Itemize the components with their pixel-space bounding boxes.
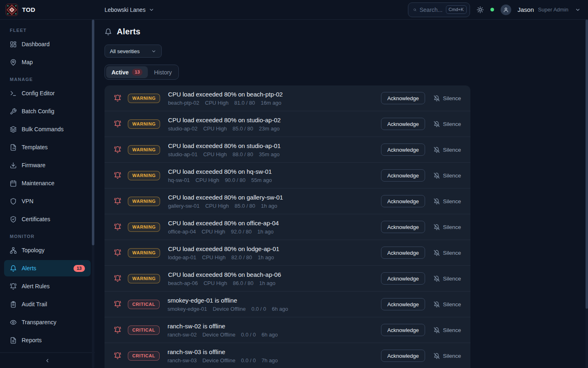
- sidebar-item-alert-rules[interactable]: Alert Rules: [4, 278, 91, 294]
- section-label-fleet: FLEET: [10, 28, 85, 33]
- alert-value: 85.0 / 80: [232, 126, 253, 132]
- sidebar-item-reports[interactable]: Reports: [4, 332, 91, 348]
- avatar[interactable]: [501, 4, 511, 15]
- sidebar-item-templates[interactable]: Templates: [4, 139, 91, 155]
- alert-rule: CPU High: [205, 203, 229, 209]
- alert-row: WARNINGCPU load exceeded 80% on beach-ap…: [105, 266, 470, 292]
- severity-filter-select[interactable]: All severities: [105, 45, 162, 58]
- sidebar-item-label: Templates: [22, 144, 48, 150]
- alert-device: smokey-edge-01: [167, 306, 207, 312]
- alert-time: 1h ago: [259, 280, 276, 286]
- silence-button[interactable]: Silence: [434, 224, 461, 230]
- silence-button[interactable]: Silence: [434, 173, 461, 179]
- tod-logo-icon: [6, 4, 18, 16]
- search-placeholder: Search...: [420, 7, 443, 13]
- page-title: Alerts: [117, 27, 140, 36]
- sidebar-item-map[interactable]: Map: [4, 54, 91, 70]
- alert-value: 86.0 / 80: [233, 280, 254, 286]
- page-scrollbar-thumb[interactable]: [586, 20, 588, 309]
- alert-value: 88.0 / 80: [232, 151, 253, 157]
- severity-badge: WARNING: [128, 171, 160, 180]
- sidebar-collapse-button[interactable]: [0, 352, 95, 368]
- acknowledge-button[interactable]: Acknowledge: [381, 118, 425, 130]
- alert-row: WARNINGCPU load exceeded 80% on studio-a…: [105, 111, 470, 137]
- alert-device: lodge-ap-01: [168, 254, 196, 260]
- acknowledge-button[interactable]: Acknowledge: [381, 350, 425, 362]
- alert-row: WARNINGCPU load exceeded 80% on beach-pt…: [105, 85, 470, 111]
- acknowledge-button[interactable]: Acknowledge: [381, 247, 425, 259]
- silence-button[interactable]: Silence: [434, 276, 461, 282]
- sidebar-item-label: Certificates: [22, 216, 50, 222]
- alert-time: 6h ago: [272, 306, 288, 312]
- alert-value: 0.0 / 0: [252, 306, 266, 312]
- acknowledge-button[interactable]: Acknowledge: [381, 144, 425, 156]
- bell-ring-icon: [114, 94, 121, 102]
- bell-off-icon: [434, 198, 440, 204]
- sidebar-item-alerts[interactable]: Alerts13: [4, 260, 91, 276]
- silence-button[interactable]: Silence: [434, 147, 461, 153]
- sidebar-item-batch-config[interactable]: Batch Config: [4, 103, 91, 119]
- bell-ring-icon: [114, 275, 121, 282]
- alert-title: CPU load exceeded 80% on hq-sw-01: [168, 168, 381, 175]
- silence-button[interactable]: Silence: [434, 301, 461, 307]
- bell-icon: [10, 265, 17, 272]
- severity-badge: CRITICAL: [128, 300, 160, 309]
- alert-rule: Device Offline: [213, 306, 246, 312]
- silence-button[interactable]: Silence: [434, 327, 461, 333]
- sidebar-item-maintenance[interactable]: Maintenance: [4, 175, 91, 191]
- acknowledge-button[interactable]: Acknowledge: [381, 324, 425, 336]
- silence-button[interactable]: Silence: [434, 121, 461, 127]
- alert-device: studio-ap-02: [168, 126, 197, 132]
- tab-history[interactable]: History: [149, 67, 177, 78]
- sidebar-item-bulk-commands[interactable]: Bulk Commands: [4, 121, 91, 137]
- app-root: TOD FLEETDashboardMapMANAGEConfig Editor…: [0, 0, 588, 368]
- alert-value: 92.0 / 80: [231, 229, 252, 235]
- acknowledge-button[interactable]: Acknowledge: [381, 195, 425, 207]
- section-label-manage: MANAGE: [10, 77, 85, 82]
- sidebar-item-audit-trail[interactable]: Audit Trail: [4, 296, 91, 312]
- sidebar-item-dashboard[interactable]: Dashboard: [4, 36, 91, 52]
- severity-badge: CRITICAL: [128, 351, 160, 361]
- user-menu-chevron-icon[interactable]: [575, 7, 581, 13]
- page-scrollbar[interactable]: [586, 20, 588, 368]
- alert-title: CPU load exceeded 80% on studio-ap-02: [168, 117, 381, 123]
- sidebar-item-label: Alerts: [22, 265, 36, 272]
- severity-badge: WARNING: [128, 119, 160, 129]
- alert-row: WARNINGCPU load exceeded 80% on hq-sw-01…: [105, 163, 470, 188]
- silence-label: Silence: [443, 301, 461, 307]
- acknowledge-button[interactable]: Acknowledge: [381, 298, 425, 310]
- acknowledge-button[interactable]: Acknowledge: [381, 169, 425, 182]
- sidebar-item-topology[interactable]: Topology: [4, 242, 91, 258]
- alert-text: CPU load exceeded 80% on beach-ap-06beac…: [168, 271, 381, 286]
- sidebar-item-config-editor[interactable]: Config Editor: [4, 85, 91, 101]
- acknowledge-button[interactable]: Acknowledge: [381, 221, 425, 233]
- alert-text: CPU load exceeded 80% on office-ap-04off…: [168, 220, 381, 235]
- silence-button[interactable]: Silence: [434, 95, 461, 101]
- theme-toggle-sun-icon[interactable]: [477, 6, 484, 13]
- acknowledge-button[interactable]: Acknowledge: [381, 272, 425, 285]
- alert-text: CPU load exceeded 80% on studio-ap-02stu…: [168, 117, 381, 132]
- alert-time: 35m ago: [259, 151, 280, 157]
- chevron-left-icon: [45, 358, 50, 364]
- sidebar-scrollbar-thumb[interactable]: [92, 20, 94, 245]
- alert-device: beach-ap-06: [168, 280, 198, 286]
- bell-off-icon: [434, 276, 440, 282]
- sidebar-item-vpn[interactable]: VPN: [4, 193, 91, 209]
- sidebar-item-firmware[interactable]: Firmware: [4, 157, 91, 173]
- bell-off-icon: [434, 327, 440, 333]
- org-switcher[interactable]: Lebowski Lanes: [105, 7, 154, 13]
- alert-rule: Device Offline: [203, 357, 236, 364]
- sidebar-item-label: Transparency: [22, 319, 56, 325]
- sidebar-item-certificates[interactable]: Certificates: [4, 211, 91, 227]
- search-input[interactable]: Search... Cmd+K: [408, 2, 470, 17]
- silence-button[interactable]: Silence: [434, 198, 461, 204]
- acknowledge-button[interactable]: Acknowledge: [381, 92, 425, 104]
- tab-active[interactable]: Active 13: [106, 66, 148, 78]
- sidebar-item-transparency[interactable]: Transparency: [4, 314, 91, 330]
- page-header: Alerts: [105, 27, 578, 36]
- alert-meta: beach-ap-06CPU High86.0 / 801h ago: [168, 280, 381, 286]
- silence-button[interactable]: Silence: [434, 250, 461, 256]
- silence-label: Silence: [443, 173, 461, 179]
- silence-button[interactable]: Silence: [434, 353, 461, 359]
- sidebar-scrollbar[interactable]: [92, 20, 94, 368]
